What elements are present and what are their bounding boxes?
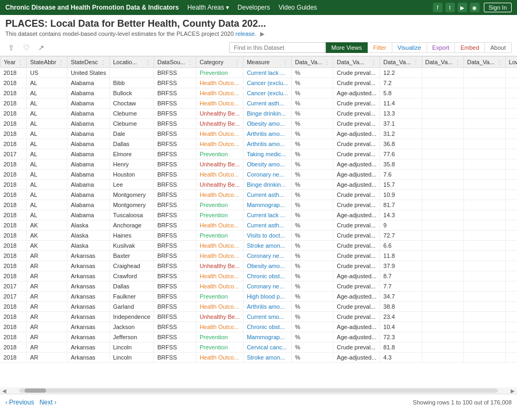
health-areas-link[interactable]: Health Areas ▾ — [187, 4, 229, 11]
table-cell: Crude preval... — [333, 342, 380, 353]
table-cell: Kusilvak — [110, 241, 154, 251]
developers-link[interactable]: Developers — [238, 4, 270, 11]
table-cell: Prevention — [196, 200, 243, 210]
release-link[interactable]: release. — [235, 30, 256, 37]
video-guides-link[interactable]: Video Guides — [279, 4, 317, 11]
facebook-icon[interactable]: f — [433, 3, 443, 12]
table-cell: Alaska — [67, 220, 110, 231]
horizontal-scrollbar[interactable]: ◀ ▶ — [0, 387, 517, 394]
table-cell: Alabama — [67, 139, 110, 149]
search-input[interactable] — [229, 42, 325, 53]
table-cell: BRFSS — [154, 231, 196, 241]
table-cell: AL — [27, 119, 67, 129]
scroll-left-arrow[interactable]: ◀ — [0, 388, 9, 394]
table-cell: 77.6 — [380, 149, 422, 159]
table-cell: % — [292, 342, 333, 353]
table-cell: Crude preval... — [333, 241, 380, 251]
table-cell: Stroke amon... — [244, 241, 292, 251]
instagram-icon[interactable]: ◉ — [470, 3, 480, 12]
table-row: 2018ALAlabamaCleburneBRFSSUnhealthy Be..… — [1, 119, 518, 129]
table-row: 2018ARArkansasLincolnBRFSSPreventionCerv… — [1, 342, 518, 353]
previous-chevron: ‹ — [5, 399, 7, 406]
table-cell: Crawford — [110, 271, 154, 281]
table-cell: BRFSS — [154, 68, 196, 78]
table-row: 2018ARArkansasCrawfordBRFSSHealth Outco.… — [1, 271, 518, 281]
table-cell: Unhealthy Be... — [196, 119, 243, 129]
col-category[interactable]: Category⋮ — [196, 57, 243, 68]
more-views-tab[interactable]: More Views — [325, 42, 368, 53]
table-cell: 2018 — [1, 332, 27, 342]
col-datasource[interactable]: DataSou...⋮ — [154, 57, 196, 68]
table-cell — [422, 261, 463, 271]
col-datava5[interactable]: Data_Va...⋮ — [463, 57, 505, 68]
youtube-icon[interactable]: ▶ — [458, 3, 467, 12]
table-cell: Arkansas — [67, 271, 110, 281]
table-cell: 23.4 — [380, 312, 422, 322]
col-measure[interactable]: Measure⋮ — [244, 57, 292, 68]
col-year[interactable]: Year⋮ — [1, 57, 27, 68]
export-tab[interactable]: Export — [427, 42, 455, 53]
table-cell: 9 — [380, 220, 422, 231]
table-cell: AL — [27, 190, 67, 200]
table-cell — [422, 78, 463, 88]
share-icon[interactable]: ⇪ — [5, 42, 17, 54]
table-cell — [463, 281, 505, 292]
scroll-thumb[interactable] — [25, 388, 46, 393]
col-location[interactable]: Locatio...⋮ — [110, 57, 154, 68]
col-datava4[interactable]: Data_Va...⋮ — [422, 57, 463, 68]
table-cell: 2018 — [1, 68, 27, 78]
table-cell: BRFSS — [154, 281, 196, 292]
table-cell — [463, 200, 505, 210]
previous-button[interactable]: ‹ Previous — [5, 399, 34, 406]
table-cell: Crude preval... — [333, 231, 380, 241]
table-cell: % — [292, 241, 333, 251]
table-cell — [463, 139, 505, 149]
sign-in-button[interactable]: Sign In — [484, 3, 512, 12]
table-cell: Crude preval... — [333, 119, 380, 129]
table-cell: 11.4 — [380, 98, 422, 109]
table-cell: Crude preval... — [333, 261, 380, 271]
col-datava1[interactable]: Data_Va...⋮ — [292, 57, 333, 68]
table-cell: Chronic obst... — [244, 322, 292, 332]
table-cell — [505, 322, 517, 332]
table-cell: 2018 — [1, 139, 27, 149]
table-cell — [422, 149, 463, 159]
table-cell: % — [292, 220, 333, 231]
table-cell — [505, 220, 517, 231]
table-cell: Current asth... — [244, 220, 292, 231]
col-datava2[interactable]: Data_Va...⋮ — [333, 57, 380, 68]
table-cell: Anchorage — [110, 220, 154, 231]
table-cell — [463, 210, 505, 220]
table-cell — [505, 190, 517, 200]
col-datava3[interactable]: Data_Va...⋮ — [380, 57, 422, 68]
info-icon[interactable]: ↗ — [35, 42, 47, 54]
table-cell: Crude preval... — [333, 139, 380, 149]
table-cell: 2018 — [1, 302, 27, 312]
col-stateabbr[interactable]: StateAbbr⋮ — [27, 57, 67, 68]
filter-tab[interactable]: Filter — [368, 42, 392, 53]
table-cell — [505, 271, 517, 281]
table-cell: 2017 — [1, 149, 27, 159]
table-row: 2017ARArkansasDallasBRFSSHealth Outco...… — [1, 281, 518, 292]
col-statedesc[interactable]: StateDesc⋮ — [67, 57, 110, 68]
bookmark-icon[interactable]: ♡ — [20, 42, 32, 54]
table-cell — [463, 190, 505, 200]
table-cell: Unhealthy Be... — [196, 312, 243, 322]
table-cell — [505, 241, 517, 251]
table-cell: Mammograp... — [244, 332, 292, 342]
visualize-tab[interactable]: Visualize — [392, 42, 427, 53]
table-cell: 2018 — [1, 159, 27, 170]
twitter-icon[interactable]: t — [445, 3, 455, 12]
table-cell: Alabama — [67, 159, 110, 170]
expand-icon[interactable]: ▶ — [260, 30, 264, 37]
scroll-right-arrow[interactable]: ▶ — [508, 388, 517, 394]
col-lowco[interactable]: Low_Co⋮ — [505, 57, 517, 68]
table-cell: Health Outco... — [196, 302, 243, 312]
table-cell: Health Outco... — [196, 129, 243, 139]
table-cell: BRFSS — [154, 170, 196, 180]
table-cell — [422, 210, 463, 220]
table-cell: AL — [27, 78, 67, 88]
embed-tab[interactable]: Embed — [455, 42, 485, 53]
next-button[interactable]: Next › — [40, 399, 57, 406]
about-tab[interactable]: About — [485, 42, 512, 53]
